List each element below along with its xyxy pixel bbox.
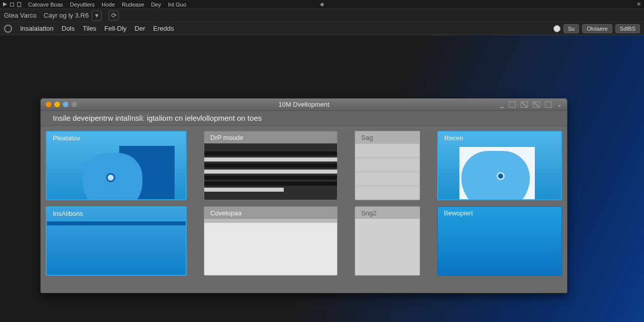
inner-window: 10M Dvellopment ⎯͙ ⌄ Insile deveipentrw … bbox=[40, 98, 568, 293]
card-header: Covelopaa bbox=[204, 207, 337, 219]
os-menu-item[interactable]: Rudease bbox=[122, 2, 144, 8]
tab-der[interactable]: Der bbox=[135, 25, 145, 32]
inner-window-subtitle: Insile deveipentrw intalInsli: igtaliom … bbox=[41, 111, 567, 126]
card-covelopaa[interactable]: Covelopaa bbox=[204, 206, 338, 276]
os-menubar: Catoave Boas Deyutllers Hode Rudease Dey… bbox=[0, 0, 644, 9]
card-artwork bbox=[438, 144, 561, 199]
os-menu-item[interactable]: Deyutllers bbox=[70, 2, 95, 8]
card-bewopiert[interactable]: Bewopiert bbox=[437, 206, 562, 276]
center-dot-icon: ◆ bbox=[320, 1, 324, 8]
close-icon[interactable]: ✕ bbox=[636, 1, 641, 8]
inner-window-titlebar[interactable]: 10M Dvellopment ⎯͙ ⌄ bbox=[41, 99, 567, 111]
traffic-zoom-icon[interactable] bbox=[63, 102, 68, 107]
card-insalibons[interactable]: InsAlibons bbox=[46, 206, 187, 276]
dropdown-icon[interactable]: ▾ bbox=[92, 11, 102, 21]
card-pleatatov[interactable]: Pleatatov bbox=[46, 131, 187, 200]
project-name: Cayr og ly 3.R6 bbox=[44, 12, 89, 19]
card-artwork bbox=[47, 144, 186, 199]
app-toolbar: Gtea Varco Cayr og ly 3.R6 ▾ ⟳ bbox=[0, 9, 644, 22]
card-stripe bbox=[47, 221, 186, 225]
inner-window-title: 10M Dvellopment bbox=[278, 101, 329, 108]
card-header: DrP moude bbox=[204, 131, 337, 143]
card-header: Recen bbox=[438, 132, 561, 144]
tab-eredds[interactable]: Eredds bbox=[153, 25, 174, 32]
traffic-close-icon[interactable] bbox=[46, 102, 51, 107]
app-tabbar: Insalalatton Dols Tiles Fell-Dly Der Ere… bbox=[0, 22, 644, 35]
card-sag[interactable]: Sag bbox=[355, 131, 420, 200]
toolbar-button-sdibs[interactable]: SdIBS bbox=[615, 24, 640, 33]
brand-icon bbox=[4, 25, 12, 33]
card-sng2[interactable]: Sng2 bbox=[355, 206, 420, 276]
tab-installation[interactable]: Insalalatton bbox=[20, 25, 54, 32]
app-title: Gtea Varco bbox=[4, 12, 37, 19]
panel-icon[interactable] bbox=[509, 102, 516, 108]
tabs: Insalalatton Dols Tiles Fell-Dly Der Ere… bbox=[4, 25, 174, 33]
toolbar-button-su[interactable]: Su bbox=[564, 24, 579, 33]
inner-window-body: Pleatatov DrP moude Sag Re bbox=[41, 126, 567, 293]
project-selector[interactable]: Cayr og ly 3.R6 ▾ bbox=[44, 11, 102, 21]
os-start-glyphs bbox=[3, 2, 21, 7]
tab-dols[interactable]: Dols bbox=[62, 25, 75, 32]
code-preview bbox=[204, 143, 337, 200]
sync-icon[interactable] bbox=[533, 102, 540, 108]
status-dot-icon bbox=[553, 25, 560, 32]
card-header: InsAlibons bbox=[47, 207, 186, 219]
chevron-down-icon[interactable]: ⌄ bbox=[557, 101, 562, 108]
window-icon[interactable] bbox=[10, 3, 14, 7]
document-icon[interactable] bbox=[17, 2, 21, 7]
os-menu-item[interactable]: Hode bbox=[102, 2, 115, 8]
refresh-icon[interactable]: ⟳ bbox=[109, 11, 119, 21]
pin-icon bbox=[497, 172, 505, 180]
card-rows bbox=[355, 143, 420, 200]
play-icon[interactable] bbox=[3, 3, 7, 7]
os-menu-item[interactable]: Catoave Boas bbox=[28, 2, 63, 8]
os-menu-item[interactable]: Dey bbox=[151, 2, 161, 8]
tab-tiles[interactable]: Tiles bbox=[83, 25, 97, 32]
display-icon[interactable] bbox=[545, 102, 552, 108]
toolbar-button-ololaere[interactable]: Ololaere bbox=[582, 24, 612, 33]
card-body bbox=[204, 223, 337, 275]
traffic-extra-icon bbox=[71, 102, 77, 107]
card-recen[interactable]: Recen bbox=[437, 131, 562, 200]
tab-felldly[interactable]: Fell-Dly bbox=[104, 25, 126, 32]
share-icon[interactable] bbox=[521, 102, 528, 108]
wifi-icon: ⎯͙ bbox=[500, 101, 504, 108]
pin-icon bbox=[106, 173, 115, 182]
toolbar-right: Su Ololaere SdIBS bbox=[553, 24, 640, 33]
card-body bbox=[355, 219, 420, 275]
card-header: Sng2 bbox=[355, 207, 420, 219]
os-menu-item[interactable]: Int Guo bbox=[168, 2, 186, 8]
traffic-lights bbox=[41, 102, 77, 107]
card-drp-moude[interactable]: DrP moude bbox=[204, 131, 338, 200]
card-header: Bewopiert bbox=[438, 207, 561, 219]
inner-window-tools: ⎯͙ ⌄ bbox=[500, 101, 562, 108]
traffic-minimize-icon[interactable] bbox=[54, 102, 60, 107]
card-header: Sag bbox=[355, 131, 420, 143]
card-header: Pleatatov bbox=[47, 132, 186, 144]
